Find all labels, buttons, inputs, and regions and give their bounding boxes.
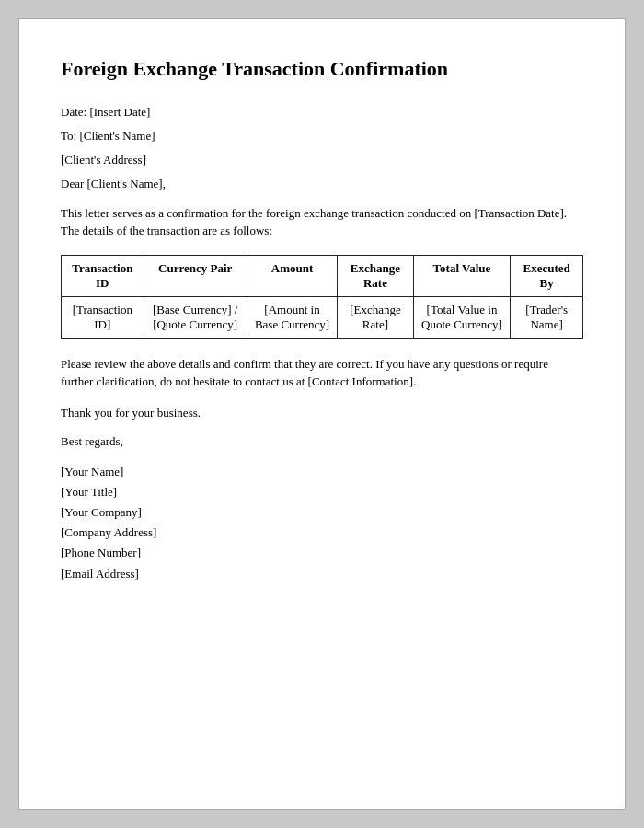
cell-total-value: [Total Value in Quote Currency] [413, 296, 511, 338]
address-line: [Client's Address] [61, 153, 583, 167]
sig-address: [Company Address] [61, 523, 583, 543]
salutation: Dear [Client's Name], [61, 177, 583, 191]
col-header-transaction-id: Transaction ID [62, 255, 144, 296]
cell-transaction-id: [Transaction ID] [62, 296, 144, 338]
sig-title: [Your Title] [61, 482, 583, 502]
col-header-amount: Amount [247, 255, 337, 296]
cell-amount: [Amount in Base Currency] [247, 296, 337, 338]
thank-you: Thank you for your business. [61, 404, 583, 422]
sig-company: [Your Company] [61, 502, 583, 523]
col-header-currency-pair: Currency Pair [144, 255, 247, 296]
table-row: [Transaction ID] [Base Currency] / [Quot… [62, 296, 583, 338]
cell-exchange-rate: [Exchange Rate] [338, 296, 413, 338]
sig-name: [Your Name] [61, 462, 583, 482]
document-title: Foreign Exchange Transaction Confirmatio… [61, 56, 583, 83]
signature-block: [Your Name] [Your Title] [Your Company] … [61, 462, 583, 584]
closing: Best regards, [61, 434, 583, 449]
sig-email: [Email Address] [61, 564, 583, 584]
col-header-total-value: Total Value [413, 255, 511, 296]
sig-phone: [Phone Number] [61, 543, 583, 563]
col-header-executed-by: Executed By [511, 255, 583, 296]
transaction-table: Transaction ID Currency Pair Amount Exch… [61, 255, 583, 339]
col-header-exchange-rate: Exchange Rate [338, 255, 413, 296]
cell-executed-by: [Trader's Name] [511, 296, 583, 338]
cell-currency-pair: [Base Currency] / [Quote Currency] [144, 296, 247, 338]
to-line: To: [Client's Name] [61, 129, 583, 144]
intro-paragraph: This letter serves as a confirmation for… [61, 204, 583, 240]
date-line: Date: [Insert Date] [61, 105, 583, 120]
body-paragraph: Please review the above details and conf… [61, 355, 583, 391]
document-container: Foreign Exchange Transaction Confirmatio… [18, 18, 626, 810]
